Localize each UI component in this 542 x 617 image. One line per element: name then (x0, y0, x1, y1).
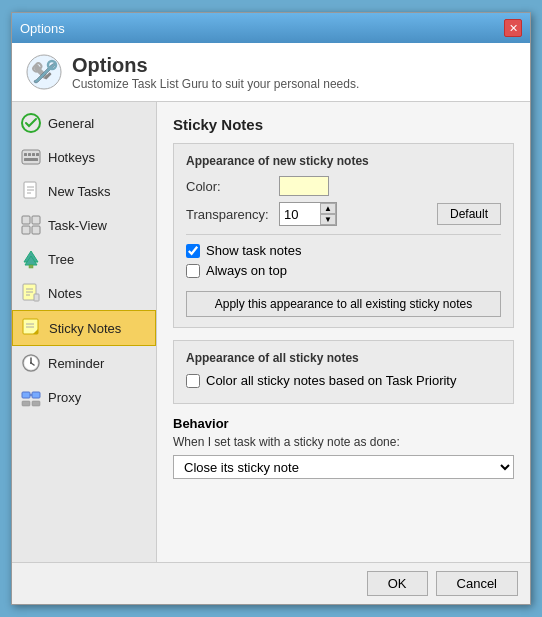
color-priority-row: Color all sticky notes based on Task Pri… (186, 373, 501, 388)
cancel-button[interactable]: Cancel (436, 571, 518, 596)
footer: OK Cancel (12, 562, 530, 604)
behavior-title: Behavior (173, 416, 514, 431)
color-priority-label: Color all sticky notes based on Task Pri… (206, 373, 456, 388)
sidebar-item-new-tasks[interactable]: New Tasks (12, 174, 156, 208)
svg-rect-9 (28, 153, 31, 156)
sidebar: General Hotkeys (12, 102, 157, 562)
new-tasks-icon (20, 180, 42, 202)
show-task-notes-row: Show task notes (186, 243, 501, 258)
sidebar-label-hotkeys: Hotkeys (48, 150, 95, 165)
svg-rect-8 (24, 153, 27, 156)
show-task-notes-label: Show task notes (206, 243, 301, 258)
always-on-top-label: Always on top (206, 263, 287, 278)
always-on-top-row: Always on top (186, 263, 501, 278)
svg-rect-40 (22, 401, 30, 406)
spinner-down[interactable]: ▼ (320, 214, 336, 225)
sidebar-item-notes[interactable]: Notes (12, 276, 156, 310)
color-swatch[interactable] (279, 176, 329, 196)
close-button[interactable]: ✕ (504, 19, 522, 37)
behavior-section: Behavior When I set task with a sticky n… (173, 416, 514, 479)
tree-icon (20, 248, 42, 270)
transparency-label: Transparency: (186, 207, 271, 222)
sidebar-label-general: General (48, 116, 94, 131)
sidebar-item-tree[interactable]: Tree (12, 242, 156, 276)
transparency-row: Transparency: ▲ ▼ Default (186, 202, 501, 226)
spinner-buttons: ▲ ▼ (320, 203, 336, 225)
sidebar-label-reminder: Reminder (48, 356, 104, 371)
sidebar-item-proxy[interactable]: Proxy (12, 380, 156, 414)
ok-button[interactable]: OK (367, 571, 428, 596)
main-body: General Hotkeys (12, 102, 530, 562)
sidebar-label-task-view: Task-View (48, 218, 107, 233)
header-text: Options Customize Task List Guru to suit… (72, 53, 359, 91)
sidebar-item-task-view[interactable]: Task-View (12, 208, 156, 242)
content-area: Sticky Notes Appearance of new sticky no… (157, 102, 530, 562)
svg-rect-38 (22, 392, 30, 398)
behavior-when-done-label: When I set task with a sticky note as do… (173, 435, 514, 449)
sidebar-item-reminder[interactable]: Reminder (12, 346, 156, 380)
sidebar-label-proxy: Proxy (48, 390, 81, 405)
hotkeys-icon (20, 146, 42, 168)
apply-button[interactable]: Apply this appearance to all existing st… (186, 291, 501, 317)
sidebar-item-hotkeys[interactable]: Hotkeys (12, 140, 156, 174)
sidebar-label-tree: Tree (48, 252, 74, 267)
appearance-new-title: Appearance of new sticky notes (186, 154, 501, 168)
reminder-icon (20, 352, 42, 374)
svg-rect-12 (36, 153, 39, 156)
svg-point-37 (30, 362, 32, 364)
notes-icon (20, 282, 42, 304)
sticky-notes-icon (21, 317, 43, 339)
default-button[interactable]: Default (437, 203, 501, 225)
svg-rect-11 (24, 158, 38, 161)
appearance-all-title: Appearance of all sticky notes (186, 351, 501, 365)
svg-rect-41 (32, 401, 40, 406)
color-priority-checkbox[interactable] (186, 374, 200, 388)
header-subtitle: Customize Task List Guru to suit your pe… (72, 77, 359, 91)
spinner-up[interactable]: ▲ (320, 203, 336, 214)
appearance-new-section: Appearance of new sticky notes Color: Tr… (173, 143, 514, 328)
sidebar-label-new-tasks: New Tasks (48, 184, 111, 199)
svg-rect-10 (32, 153, 35, 156)
svg-rect-17 (22, 216, 30, 224)
behavior-dropdown-row: Close its sticky note Keep its sticky no… (173, 455, 514, 479)
proxy-icon (20, 386, 42, 408)
always-on-top-checkbox[interactable] (186, 264, 200, 278)
section-title: Sticky Notes (173, 116, 514, 133)
svg-rect-28 (34, 294, 39, 301)
sidebar-item-sticky-notes[interactable]: Sticky Notes (12, 310, 156, 346)
show-task-notes-checkbox[interactable] (186, 244, 200, 258)
general-icon (20, 112, 42, 134)
divider-1 (186, 234, 501, 235)
header-section: Options Customize Task List Guru to suit… (12, 43, 530, 102)
appearance-all-section: Appearance of all sticky notes Color all… (173, 340, 514, 404)
transparency-input[interactable] (280, 203, 320, 225)
svg-rect-39 (32, 392, 40, 398)
svg-rect-19 (22, 226, 30, 234)
sidebar-label-notes: Notes (48, 286, 82, 301)
transparency-spinner: ▲ ▼ (279, 202, 337, 226)
task-view-icon (20, 214, 42, 236)
svg-rect-7 (22, 150, 40, 164)
options-window: Options ✕ Options Customize Task List Gu… (11, 12, 531, 605)
sidebar-item-general[interactable]: General (12, 106, 156, 140)
sidebar-label-sticky-notes: Sticky Notes (49, 321, 121, 336)
color-row: Color: (186, 176, 501, 196)
header-title: Options (72, 53, 359, 77)
window-title: Options (20, 21, 65, 36)
svg-rect-23 (29, 265, 33, 268)
svg-rect-18 (32, 216, 40, 224)
wrench-icon (26, 54, 62, 90)
svg-rect-20 (32, 226, 40, 234)
color-label: Color: (186, 179, 271, 194)
title-bar: Options ✕ (12, 13, 530, 43)
behavior-dropdown[interactable]: Close its sticky note Keep its sticky no… (173, 455, 514, 479)
